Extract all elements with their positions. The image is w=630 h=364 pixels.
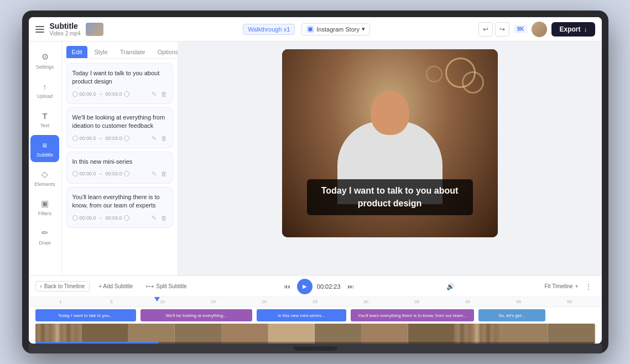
- mark-40: 40: [442, 299, 493, 304]
- undo-button[interactable]: ↩: [478, 22, 493, 37]
- back-to-timeline-button[interactable]: ‹ Back to Timeline: [35, 281, 90, 292]
- subtitle-card-1: Today I want to talk to you about produc…: [66, 63, 173, 104]
- start-time-2: 00:00.5: [72, 136, 96, 141]
- export-icon: ↓: [584, 25, 587, 33]
- mark-1: 1: [35, 299, 86, 304]
- add-subtitle-button[interactable]: + Add Subtitle: [94, 282, 137, 291]
- svg-rect-1: [309, 28, 312, 31]
- tab-edit[interactable]: Edit: [66, 46, 88, 58]
- back-label: Back to Timeline: [44, 283, 85, 289]
- clock-icon-end-2: [124, 136, 129, 141]
- edit-icon-4[interactable]: ✎: [152, 215, 157, 222]
- edit-icon-1[interactable]: ✎: [152, 91, 157, 98]
- clip-5[interactable]: So, let's get...: [478, 309, 545, 321]
- panel-tabs: Edit Style Translate Options: [62, 41, 178, 59]
- chevron-down-icon: ▾: [362, 25, 365, 33]
- clip-3[interactable]: In this new mini-series...: [257, 309, 346, 321]
- delete-icon-2[interactable]: 🗑: [161, 135, 167, 142]
- format-selector[interactable]: Instagram Story ▾: [301, 23, 370, 35]
- subtitle-list: Today I want to talk to you about produc…: [62, 59, 178, 275]
- frame-7: [315, 324, 361, 344]
- text-label: Text: [40, 123, 50, 128]
- mark-10: 10: [137, 299, 188, 304]
- settings-icon: ⚙: [39, 51, 50, 63]
- sidebar-item-settings[interactable]: ⚙ Settings: [30, 47, 59, 74]
- clip-2[interactable]: We'll be looking at everything...: [140, 309, 252, 321]
- subtitle-text-2: We'll be looking at everything from idea…: [72, 113, 167, 131]
- mark-45: 45: [493, 299, 544, 304]
- sidebar-item-filters[interactable]: ▣ Filters: [30, 194, 59, 221]
- elements-label: Elements: [34, 181, 55, 187]
- main-layout: ⚙ Settings ↑ Upload T Text ≡ Subtitle: [29, 41, 602, 275]
- delete-icon-3[interactable]: 🗑: [161, 170, 167, 178]
- play-icon: ▶: [303, 283, 307, 289]
- person-head: [371, 91, 409, 135]
- subtitle-text-4: You'll learn everything there is to know…: [72, 193, 167, 210]
- playback-controls: ⏮ ▶ 00:02:23 ⏭: [282, 279, 356, 294]
- sidebar-item-upload[interactable]: ↑ Upload: [30, 76, 59, 103]
- start-time-1: 00:00.5: [72, 91, 96, 97]
- clock-icon-2: [72, 136, 78, 141]
- delete-icon-1[interactable]: 🗑: [161, 91, 167, 98]
- filters-label: Filters: [38, 211, 52, 216]
- edit-icon-2[interactable]: ✎: [152, 135, 157, 142]
- mark-35: 35: [392, 299, 442, 304]
- frame-1: [35, 324, 82, 344]
- sidebar-icons: ⚙ Settings ↑ Upload T Text ≡ Subtitle: [29, 41, 62, 275]
- text-icon: T: [39, 110, 50, 121]
- more-options-button[interactable]: ⋮: [582, 282, 595, 291]
- laptop-screen: Subtitle Video 2.mp4 Walkthrough x1: [29, 17, 602, 344]
- frame-11: [502, 324, 548, 344]
- meta-actions-1: ✎ 🗑: [152, 91, 167, 98]
- sidebar-item-draw[interactable]: ✏ Draw: [30, 223, 59, 250]
- draw-icon: ✏: [39, 227, 50, 238]
- walkthrough-badge: Walkthrough x1: [243, 24, 295, 35]
- subtitle-panel: Edit Style Translate Options Today I wan…: [62, 41, 178, 275]
- frame-4: [175, 324, 221, 344]
- subtitle-card-2: We'll be looking at everything from idea…: [66, 107, 173, 148]
- subtitle-label: Subtitle: [37, 152, 53, 158]
- video-subtitle-text: Today I want to talk to you about produc…: [321, 186, 459, 207]
- tab-style[interactable]: Style: [88, 46, 113, 58]
- clip-1-label: Today I want to talk to you...: [58, 313, 113, 318]
- edit-icon-3[interactable]: ✎: [152, 170, 157, 178]
- export-label: Export: [559, 25, 580, 33]
- sidebar-item-subtitle[interactable]: ≡ Subtitle: [30, 135, 59, 162]
- subtitle-text-1: Today I want to talk to you about produc…: [72, 69, 167, 86]
- project-file: Video 2.mp4: [50, 30, 81, 37]
- sidebar-item-elements[interactable]: ◇ Elements: [30, 164, 59, 191]
- play-button[interactable]: ▶: [297, 279, 313, 294]
- light-ring-2: [462, 71, 484, 93]
- laptop-notch: [293, 346, 337, 351]
- subtitle-card-3: In this new mini-series 00:00.0 – 00:03.…: [66, 152, 173, 184]
- project-title: Subtitle: [50, 22, 81, 30]
- clip-2-label: We'll be looking at everything...: [166, 313, 227, 318]
- clip-3-label: In this new mini-series...: [278, 313, 325, 318]
- video-subtitle-overlay: Today I want to talk to you about produc…: [307, 179, 473, 215]
- sidebar-item-text[interactable]: T Text: [30, 106, 59, 133]
- redo-button[interactable]: ↪: [495, 22, 509, 37]
- frame-5: [222, 324, 268, 344]
- delete-icon-4[interactable]: 🗑: [161, 215, 167, 222]
- filmstrip-progress: [35, 342, 595, 344]
- end-time-4: 00:03.0: [106, 215, 129, 221]
- volume-control[interactable]: 🔊: [446, 283, 455, 290]
- clock-icon-4: [72, 215, 78, 221]
- skip-back-button[interactable]: ⏮: [282, 282, 293, 292]
- clip-4[interactable]: You'll learn everything there is to know…: [351, 309, 474, 321]
- tab-translate[interactable]: Translate: [114, 46, 150, 58]
- split-subtitle-button[interactable]: ⟼ Split Subtitle: [142, 282, 191, 291]
- video-filmstrip: [35, 324, 595, 344]
- end-time-2: 00:03.0: [106, 136, 129, 141]
- split-label: Split Subtitle: [156, 283, 187, 289]
- fit-timeline-button[interactable]: Fit Timeline +: [545, 283, 579, 289]
- mark-15: 15: [188, 299, 239, 304]
- export-button[interactable]: Export ↓: [551, 22, 595, 37]
- skip-forward-button[interactable]: ⏭: [345, 282, 356, 292]
- tab-options[interactable]: Options: [152, 46, 178, 58]
- clip-1[interactable]: Today I want to talk to you...: [35, 309, 136, 321]
- clock-icon-3: [72, 171, 78, 176]
- hamburger-menu[interactable]: [35, 26, 44, 33]
- clock-icon-1: [72, 91, 78, 97]
- upload-icon: ↑: [39, 81, 50, 92]
